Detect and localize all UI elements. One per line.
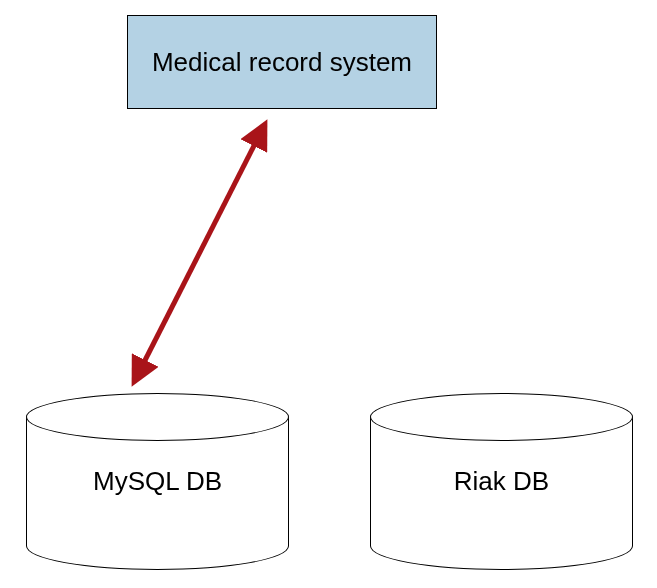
svg-line-0	[135, 126, 264, 380]
system-box-label: Medical record system	[152, 47, 412, 78]
db-riak-label: Riak DB	[454, 466, 549, 497]
cylinder-top	[370, 393, 633, 441]
system-box: Medical record system	[127, 15, 437, 109]
cylinder-top	[26, 393, 289, 441]
db-riak: Riak DB	[370, 393, 633, 568]
db-mysql-label: MySQL DB	[93, 466, 222, 497]
db-mysql: MySQL DB	[26, 393, 289, 568]
